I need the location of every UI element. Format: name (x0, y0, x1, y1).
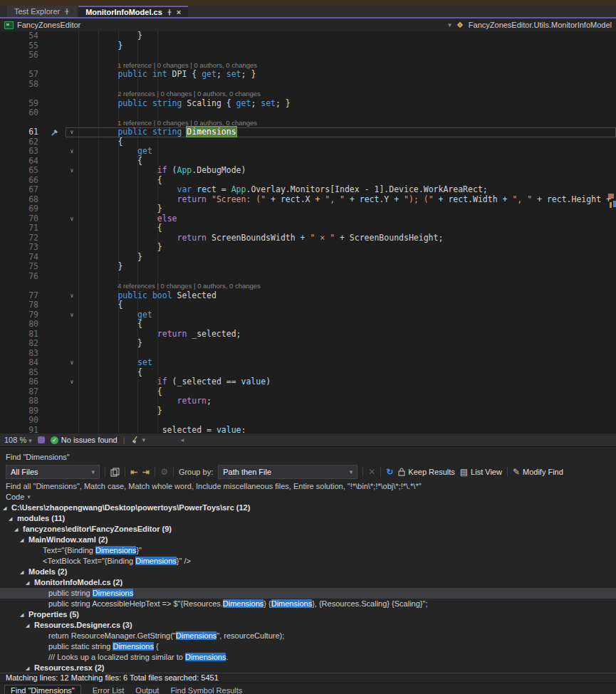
expand-all-icon[interactable]: ⇥ (142, 468, 150, 476)
code-line[interactable]: 71 { (0, 224, 616, 233)
code-line[interactable]: 56 (0, 51, 616, 61)
code-line[interactable]: 73 } (0, 243, 616, 253)
pin-icon[interactable] (64, 9, 70, 15)
code-line[interactable]: 55 } (0, 41, 616, 51)
fold-chevron-icon[interactable]: ∨ (66, 147, 78, 157)
close-icon[interactable]: × (177, 9, 181, 16)
stop-search-icon[interactable]: ✕ (368, 468, 375, 476)
code-editor[interactable]: 54 }55 }561 reference | 0 changes | 0 au… (0, 31, 616, 433)
code-line[interactable]: 58 (0, 80, 616, 90)
code-line[interactable]: 64 { (0, 157, 616, 167)
code-line[interactable]: 61∨ public string Dimensions (0, 127, 616, 137)
codelens-indicator[interactable]: 1 reference | 0 changes | 0 authors, 0 c… (0, 61, 616, 70)
hscroll-left-arrow[interactable]: ◄ (179, 437, 185, 443)
expand-triangle-icon[interactable]: ◢ (26, 663, 34, 673)
result-match-row[interactable]: public string Dimensions (0, 588, 616, 599)
code-line[interactable]: 89 } (0, 406, 616, 416)
panel-tab[interactable]: Find "Dimensions" (4, 685, 81, 694)
expand-triangle-icon[interactable]: ◢ (26, 577, 34, 588)
code-line[interactable]: 74 } (0, 253, 616, 263)
modify-find-button[interactable]: ✎ Modify Find (513, 468, 563, 476)
result-match-row[interactable]: /// Looks up a localized string similar … (0, 652, 616, 663)
code-line[interactable]: 54 } (0, 31, 616, 41)
expand-triangle-icon[interactable]: ◢ (20, 535, 28, 545)
screwdriver-icon[interactable] (51, 128, 59, 136)
result-match-row[interactable]: return ResourceManager.GetString("Dimens… (0, 631, 616, 641)
code-line[interactable]: 85 { (0, 368, 616, 378)
list-view-button[interactable]: ▤ List View (460, 468, 502, 476)
result-match-row[interactable]: Text="{Binding Dimensions}" (0, 545, 616, 556)
type-path[interactable]: FancyZonesEditor.Utils.MonitorInfoModel (469, 21, 612, 29)
result-match-row[interactable]: <TextBlock Text="{Binding Dimensions}" /… (0, 556, 616, 567)
code-line[interactable]: 91 _selected = value; (0, 426, 616, 433)
group-by-dropdown[interactable]: Path then File ▾ (218, 465, 357, 479)
code-line[interactable]: 65∨ if (App.DebugMode) (0, 166, 616, 176)
result-match-row[interactable]: public static string Dimensions { (0, 641, 616, 652)
expand-triangle-icon[interactable]: ◢ (3, 503, 11, 513)
code-line[interactable]: 57 public int DPI { get; set; } (0, 70, 616, 80)
code-line[interactable]: 62 { (0, 137, 616, 147)
code-line[interactable]: 76 (0, 272, 616, 282)
code-line[interactable]: 67 var rect = App.Overlay.Monitors[Index… (0, 185, 616, 195)
fold-chevron-icon[interactable]: ∨ (66, 291, 78, 301)
result-group-row[interactable]: ◢Resources.resx (2) (0, 663, 616, 673)
result-group-row[interactable]: ◢Models (2) (0, 567, 616, 577)
code-line[interactable]: 83 (0, 349, 616, 359)
fold-chevron-icon[interactable]: ∨ (66, 310, 78, 320)
code-line[interactable]: 88 return; (0, 396, 616, 406)
copy-results-icon[interactable] (110, 468, 120, 477)
code-filter-dropdown[interactable]: Code ▾ (0, 492, 616, 503)
find-results[interactable]: ◢C:\Users\zhaopengwang\Desktop\powertoys… (0, 503, 616, 673)
code-line[interactable]: 63∨ get (0, 147, 616, 157)
fold-chevron-icon[interactable]: ∨ (66, 127, 78, 137)
code-line[interactable]: 86∨ if (_selected == value) (0, 377, 616, 387)
expand-triangle-icon[interactable]: ◢ (20, 567, 28, 577)
settings-icon[interactable]: ⚙ (160, 468, 168, 476)
code-line[interactable]: 59 public string Scaling { get; set; } (0, 99, 616, 109)
expand-triangle-icon[interactable]: ◢ (9, 513, 17, 524)
health-status[interactable]: ✓ No issues found (51, 436, 118, 444)
result-group-row[interactable]: ◢MainWindow.xaml (2) (0, 535, 616, 545)
code-line[interactable]: 77∨ public bool Selected (0, 291, 616, 301)
code-line[interactable]: 66 { (0, 176, 616, 186)
code-line[interactable]: 90 (0, 416, 616, 426)
code-line[interactable]: 84∨ set (0, 358, 616, 368)
fold-chevron-icon[interactable]: ∨ (66, 358, 78, 368)
expand-triangle-icon[interactable]: ◢ (20, 609, 28, 620)
scope-dropdown[interactable]: All Files ▾ (6, 465, 100, 479)
document-health-icon[interactable] (38, 436, 45, 443)
tab-monitorinfomodel[interactable]: MonitorInfoModel.cs × (78, 6, 188, 17)
pin-icon[interactable] (167, 9, 172, 16)
panel-tab[interactable]: Output (135, 686, 159, 694)
refresh-icon[interactable]: ↻ (386, 468, 393, 476)
result-group-row[interactable]: ◢Resources.Designer.cs (3) (0, 620, 616, 631)
result-group-row[interactable]: ◢fancyzones\editor\FancyZonesEditor (9) (0, 524, 616, 535)
zoom-level-dropdown[interactable]: 108 % ▾ (4, 436, 32, 444)
code-line[interactable]: 82 } (0, 339, 616, 349)
expand-triangle-icon[interactable]: ◢ (26, 620, 34, 631)
code-line[interactable]: 79∨ get (0, 310, 616, 320)
code-line[interactable]: 78 { (0, 300, 616, 310)
fold-chevron-icon[interactable]: ∨ (66, 166, 78, 176)
result-group-row[interactable]: ◢Properties (5) (0, 609, 616, 620)
project-dropdown[interactable]: FancyZonesEditor (17, 21, 80, 29)
tab-test-explorer[interactable]: Test Explorer (7, 6, 77, 17)
collapse-all-icon[interactable]: ⇤ (130, 468, 137, 476)
code-line[interactable]: 60 (0, 108, 616, 118)
expand-triangle-icon[interactable]: ◢ (14, 524, 23, 535)
keep-results-button[interactable]: Keep Results (398, 468, 454, 476)
code-line[interactable]: 87 { (0, 387, 616, 397)
code-cleanup-button[interactable]: ▾ (131, 436, 146, 444)
panel-tab[interactable]: Find Symbol Results (170, 686, 242, 694)
codelens-indicator[interactable]: 4 references | 0 changes | 0 authors, 0 … (0, 281, 616, 291)
panel-tab[interactable]: Error List (93, 686, 125, 694)
code-line[interactable]: 75 } (0, 262, 616, 272)
codelens-indicator[interactable]: 1 reference | 0 changes | 0 authors, 0 c… (0, 118, 616, 128)
result-group-row[interactable]: ◢modules (11) (0, 513, 616, 524)
code-line[interactable]: 69 } (0, 204, 616, 214)
code-line[interactable]: 70∨ else (0, 214, 616, 224)
result-group-row[interactable]: ◢C:\Users\zhaopengwang\Desktop\powertoys… (0, 503, 616, 513)
chevron-down-icon[interactable]: ▾ (448, 21, 451, 28)
result-match-row[interactable]: public string AccessibleHelpText => $"{R… (0, 599, 616, 609)
code-line[interactable]: 80 { (0, 320, 616, 330)
